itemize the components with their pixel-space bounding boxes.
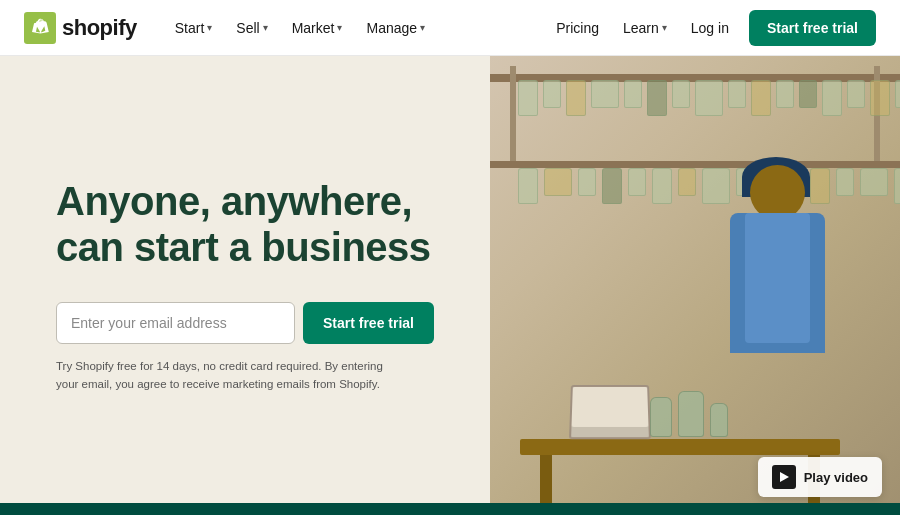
hero-left-panel: Anyone, anywhere, can start a business S… xyxy=(0,56,490,515)
hero-heading-line2: can start a business xyxy=(56,225,431,269)
hero-image: Play video xyxy=(490,56,900,515)
nav-item-start[interactable]: Start ▾ xyxy=(165,14,223,42)
jar-item xyxy=(695,80,723,116)
jar-item xyxy=(895,80,900,108)
chevron-down-icon: ▾ xyxy=(337,22,342,33)
jar-item xyxy=(870,80,890,116)
shopify-logo-icon xyxy=(24,12,56,44)
chevron-down-icon: ▾ xyxy=(662,22,667,33)
hero-start-trial-button[interactable]: Start free trial xyxy=(303,302,434,344)
jar-item xyxy=(628,168,646,196)
jar-item xyxy=(860,168,888,196)
nav-start-label: Start xyxy=(175,20,205,36)
brand-name: shopify xyxy=(62,15,137,41)
person-figure xyxy=(720,165,840,445)
shelf-jars-top xyxy=(490,80,900,116)
jar-item xyxy=(624,80,642,108)
jar-item xyxy=(544,168,572,196)
jar-item xyxy=(518,80,538,116)
laptop-screen xyxy=(571,387,648,427)
email-input[interactable] xyxy=(56,302,295,344)
play-video-button[interactable]: Play video xyxy=(758,457,882,497)
nav-learn[interactable]: Learn ▾ xyxy=(619,14,671,42)
jar-item xyxy=(602,168,622,204)
jar-item xyxy=(543,80,561,108)
hero-right-panel: Play video xyxy=(490,56,900,515)
jar-item xyxy=(799,80,817,108)
table-jar-2 xyxy=(678,391,704,437)
person-apron xyxy=(745,213,810,343)
hero-heading-line1: Anyone, anywhere, xyxy=(56,179,412,223)
nav-market-label: Market xyxy=(292,20,335,36)
jar-item xyxy=(672,80,690,108)
nav-login[interactable]: Log in xyxy=(687,14,733,42)
nav-sell-label: Sell xyxy=(236,20,259,36)
nav-pricing[interactable]: Pricing xyxy=(552,14,603,42)
play-video-label: Play video xyxy=(804,470,868,485)
logo-link[interactable]: shopify xyxy=(24,12,137,44)
jar-item xyxy=(894,168,900,204)
nav-item-manage[interactable]: Manage ▾ xyxy=(356,14,435,42)
table-jar-1 xyxy=(650,397,672,437)
nav-start-trial-button[interactable]: Start free trial xyxy=(749,10,876,46)
chevron-down-icon: ▾ xyxy=(420,22,425,33)
nav-item-sell[interactable]: Sell ▾ xyxy=(226,14,277,42)
chevron-down-icon: ▾ xyxy=(263,22,268,33)
jar-item xyxy=(728,80,746,108)
jar-item xyxy=(847,80,865,108)
play-triangle-icon xyxy=(780,472,789,482)
jar-item xyxy=(678,168,696,196)
jar-item xyxy=(518,168,538,204)
footer-bar xyxy=(0,503,900,515)
main-content: Anyone, anywhere, can start a business S… xyxy=(0,56,900,515)
disclaimer-text: Try Shopify free for 14 days, no credit … xyxy=(56,358,396,393)
hero-heading: Anyone, anywhere, can start a business xyxy=(56,178,434,270)
jar-item xyxy=(822,80,842,116)
jar-item xyxy=(751,80,771,116)
nav-right: Pricing Learn ▾ Log in Start free trial xyxy=(552,10,876,46)
jar-item xyxy=(647,80,667,116)
nav-main: Start ▾ Sell ▾ Market ▾ Manage ▾ xyxy=(165,14,552,42)
play-icon xyxy=(772,465,796,489)
nav-item-market[interactable]: Market ▾ xyxy=(282,14,353,42)
chevron-down-icon: ▾ xyxy=(207,22,212,33)
email-form: Start free trial xyxy=(56,302,434,344)
person-head xyxy=(750,165,805,220)
jar-item xyxy=(591,80,619,108)
jar-item xyxy=(578,168,596,196)
jar-item xyxy=(652,168,672,204)
nav-learn-label: Learn xyxy=(623,20,659,36)
jar-item xyxy=(566,80,586,116)
nav-manage-label: Manage xyxy=(366,20,417,36)
laptop xyxy=(569,385,651,439)
jar-item xyxy=(776,80,794,108)
navbar: shopify Start ▾ Sell ▾ Market ▾ Manage ▾… xyxy=(0,0,900,56)
